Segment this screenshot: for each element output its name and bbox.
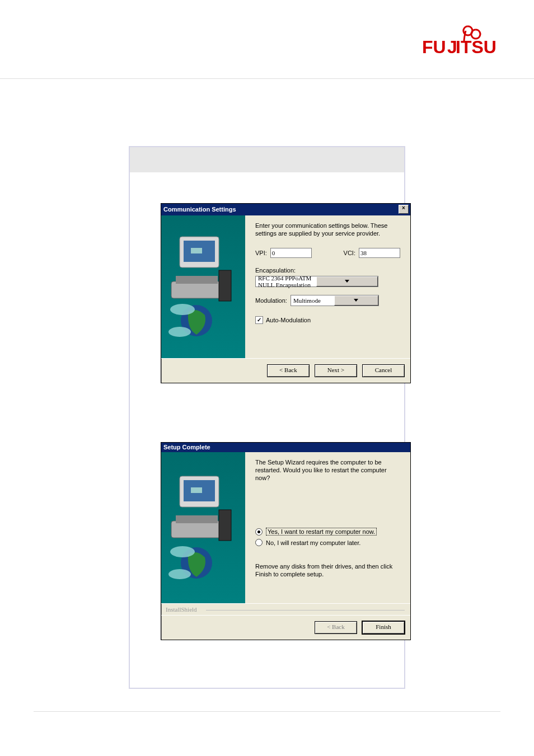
encapsulation-value: RFC 2364 PPPoATM NULL Encapsulation bbox=[256, 275, 316, 288]
fujitsu-logo: FU J ITSU bbox=[422, 25, 500, 56]
svg-point-10 bbox=[170, 304, 195, 315]
remove-disks-text: Remove any disks from their drives, and … bbox=[255, 563, 400, 579]
svg-point-20 bbox=[168, 569, 191, 579]
wizard-illustration bbox=[161, 215, 245, 358]
vpi-input[interactable] bbox=[270, 248, 312, 258]
instruction-text: Enter your communication settings below.… bbox=[255, 222, 400, 238]
modulation-label: Modulation: bbox=[255, 297, 287, 304]
dialog-buttons: < Back Finish bbox=[161, 615, 410, 640]
svg-text:FU: FU bbox=[422, 37, 446, 56]
back-button[interactable]: < Back bbox=[267, 364, 310, 377]
vci-input[interactable] bbox=[359, 248, 400, 258]
svg-rect-6 bbox=[171, 281, 224, 298]
vci-label: VCI: bbox=[344, 250, 355, 256]
finish-button[interactable]: Finish bbox=[362, 621, 405, 634]
installshield-label: InstallShield bbox=[161, 603, 410, 615]
svg-rect-14 bbox=[191, 487, 202, 493]
restart-no-label: No, I will restart my computer later. bbox=[266, 539, 360, 546]
svg-rect-8 bbox=[176, 276, 218, 284]
dialog-title: Setup Complete bbox=[163, 444, 210, 450]
auto-modulation-checkbox[interactable]: ✓ bbox=[255, 316, 263, 324]
svg-rect-5 bbox=[191, 248, 202, 253]
svg-rect-16 bbox=[219, 510, 231, 541]
encapsulation-label: Encapsulation: bbox=[255, 267, 400, 274]
svg-rect-15 bbox=[171, 521, 224, 538]
back-button: < Back bbox=[315, 621, 357, 634]
instruction-text: The Setup Wizard requires the computer t… bbox=[255, 459, 400, 482]
svg-point-19 bbox=[170, 546, 195, 557]
close-icon[interactable]: × bbox=[399, 205, 409, 214]
next-button[interactable]: Next > bbox=[315, 364, 357, 377]
svg-point-11 bbox=[168, 327, 191, 337]
setup-complete-dialog: Setup Complete bbox=[161, 442, 411, 640]
modulation-select[interactable]: Multimode bbox=[291, 295, 379, 306]
vpi-label: VPI: bbox=[255, 250, 267, 256]
dialog-titlebar: Communication Settings × bbox=[161, 204, 410, 215]
dialog-titlebar: Setup Complete bbox=[161, 443, 410, 452]
page-header: FU J ITSU bbox=[0, 0, 534, 79]
dialog-title: Communication Settings bbox=[163, 206, 236, 213]
modulation-value: Multimode bbox=[291, 297, 334, 304]
restart-yes-label: Yes, I want to restart my computer now. bbox=[266, 528, 377, 536]
svg-rect-7 bbox=[219, 270, 231, 301]
content-frame: Communication Settings × bbox=[129, 146, 405, 689]
dialog-form: The Setup Wizard requires the computer t… bbox=[245, 452, 410, 603]
dialog-form: Enter your communication settings below.… bbox=[245, 215, 410, 358]
cancel-button[interactable]: Cancel bbox=[362, 364, 405, 377]
communication-settings-dialog: Communication Settings × bbox=[161, 203, 411, 383]
restart-yes-radio[interactable] bbox=[255, 528, 263, 536]
encapsulation-select[interactable]: RFC 2364 PPPoATM NULL Encapsulation bbox=[255, 276, 378, 287]
svg-text:ITSU: ITSU bbox=[456, 37, 496, 56]
footer-divider bbox=[34, 711, 500, 712]
auto-modulation-label: Auto-Modulation bbox=[266, 317, 311, 323]
restart-no-radio[interactable] bbox=[255, 539, 263, 546]
chevron-down-icon[interactable] bbox=[334, 295, 378, 306]
svg-rect-17 bbox=[176, 515, 218, 523]
wizard-illustration bbox=[161, 452, 245, 603]
dialog-buttons: < Back Next > Cancel bbox=[161, 358, 410, 383]
chevron-down-icon[interactable] bbox=[316, 276, 378, 287]
